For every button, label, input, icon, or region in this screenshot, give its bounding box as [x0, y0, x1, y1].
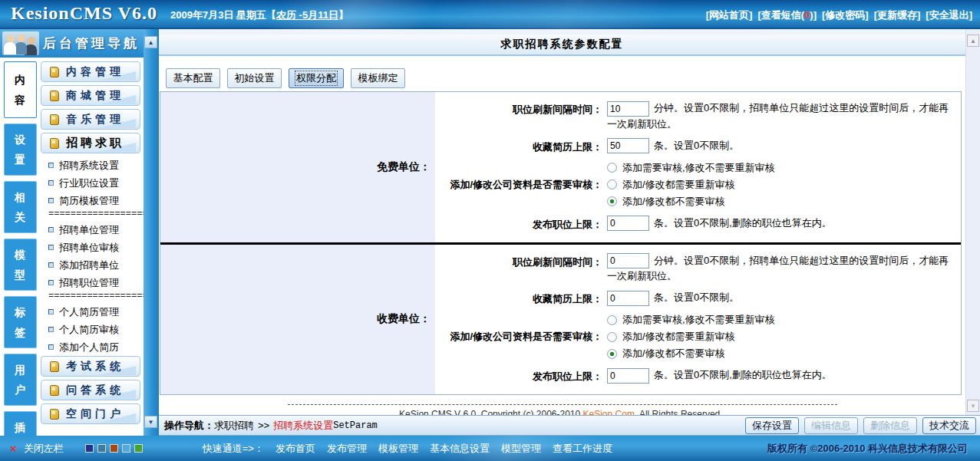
- save-settings-button[interactable]: 保存设置: [745, 417, 799, 434]
- menu-item-industry-positions[interactable]: 行业职位设置: [40, 174, 144, 192]
- audit-option[interactable]: 添加/修改都不需要审核: [607, 195, 775, 209]
- quick-link-work-progress[interactable]: 查看工作进度: [553, 442, 612, 456]
- tab-initial-settings[interactable]: 初始设置: [227, 68, 282, 88]
- sidebar-tab-settings[interactable]: 设置: [4, 123, 37, 176]
- scroll-up-icon[interactable]: ▲: [967, 35, 979, 47]
- tab-basic-config[interactable]: 基本配置: [166, 68, 220, 88]
- audit-option[interactable]: 添加需要审核,修改不需要重新审核: [607, 161, 775, 175]
- menu-group-content-manage[interactable]: 内容管理: [41, 61, 140, 82]
- sidebar-tab-model[interactable]: 模型: [4, 239, 37, 291]
- quick-link-publish-manage[interactable]: 发布管理: [327, 442, 367, 456]
- close-icon[interactable]: ×: [10, 442, 17, 455]
- bullet-icon: [48, 227, 54, 232]
- scroll-down-icon[interactable]: ▼: [144, 416, 157, 428]
- menu-group-label: 问答系统: [66, 384, 124, 397]
- radio-input[interactable]: [607, 315, 617, 325]
- publish-limit-input[interactable]: [607, 216, 649, 231]
- quick-link-basic-info[interactable]: 基本信息设置: [430, 442, 490, 456]
- menu-group-music-manage[interactable]: 音乐管理: [41, 109, 140, 130]
- menu-item-recruit-settings[interactable]: 招聘系统设置: [40, 156, 144, 174]
- collect-limit-label: 收藏简历上限：: [435, 290, 602, 306]
- collect-limit-input[interactable]: [607, 291, 649, 306]
- sidebar-tab-tags[interactable]: 标签: [4, 296, 37, 348]
- theme-swatch[interactable]: [110, 444, 118, 453]
- sidebar-scrollbar[interactable]: ▲ ▼: [144, 29, 159, 436]
- tab-label: 用户: [14, 360, 26, 400]
- quick-channel-label: 快速通道=>：: [203, 442, 264, 456]
- sidebar-tab-users[interactable]: 用户: [4, 354, 37, 406]
- menu-item-resume-manage[interactable]: 个人简历管理: [40, 303, 144, 321]
- audit-option[interactable]: 添加/修改都需要重新审核: [607, 178, 775, 192]
- refresh-interval-input[interactable]: [607, 101, 649, 117]
- main-content: 求职招聘系统参数配置 基本配置 初始设置 权限分配 模板绑定 免费单位： 职位刷…: [159, 29, 980, 436]
- publish-limit-label: 发布职位上限：: [435, 216, 602, 232]
- menu-group-qa-system[interactable]: 问答系统: [41, 380, 140, 400]
- menu-item-resume-audit[interactable]: 个人简历审核: [40, 321, 144, 338]
- theme-swatch[interactable]: [97, 444, 106, 453]
- menu-item-company-add[interactable]: 添加招聘单位: [40, 256, 144, 274]
- sidebar-tab-content[interactable]: 内容: [4, 61, 37, 118]
- theme-swatch[interactable]: [134, 444, 143, 453]
- breadcrumb-module: 求职招聘: [214, 419, 254, 433]
- audit-option[interactable]: 添加/修改都不需要审核: [607, 347, 775, 361]
- company-copyright: 版权所有 ©2006-2010 科兴信息技术有限公司: [767, 442, 968, 456]
- quick-link-publish-home[interactable]: 发布首页: [276, 442, 315, 456]
- theme-palette: [85, 444, 143, 453]
- main-top-gap: [159, 29, 965, 35]
- breadcrumb-current-link[interactable]: 招聘系统设置: [273, 419, 333, 433]
- menu-item-label: 招聘单位审核: [59, 241, 119, 255]
- theme-swatch[interactable]: [85, 444, 94, 453]
- action-buttons: 保存设置 编辑信息 删除信息 技术交流: [745, 417, 976, 434]
- refresh-interval-input[interactable]: [607, 253, 649, 268]
- theme-swatch[interactable]: [122, 444, 130, 453]
- refresh-interval-label: 职位刷新间隔时间：: [435, 100, 602, 117]
- quick-link-template-manage[interactable]: 模板管理: [378, 442, 418, 456]
- menu-group-mall-manage[interactable]: 商城管理: [41, 85, 140, 106]
- radio-input[interactable]: [607, 179, 617, 189]
- bullet-icon: [48, 280, 54, 285]
- scroll-up-icon[interactable]: ▲: [144, 36, 157, 48]
- tab-permission-allocation[interactable]: 权限分配: [289, 68, 344, 88]
- menu-group-space-portal[interactable]: 空间门户: [41, 403, 140, 424]
- site-home-link[interactable]: [网站首页]: [706, 8, 753, 22]
- close-left-panel-link[interactable]: 关闭左栏: [24, 442, 64, 456]
- audit-mode-label: 添加/修改公司资料是否需要审核：: [435, 330, 602, 344]
- logout-link[interactable]: [安全退出]: [926, 8, 972, 22]
- refresh-cache-link[interactable]: [更新缓存]: [874, 8, 921, 22]
- main-scrollbar[interactable]: ▲ ▼: [965, 29, 980, 415]
- lunar-date-link[interactable]: 农历 -5月11日: [276, 9, 338, 21]
- sidebar-tabstrip: 内容 设置 相关 模型 标签 用户 插件: [0, 58, 40, 461]
- tab-template-binding[interactable]: 模板绑定: [351, 68, 405, 88]
- tech-support-button[interactable]: 技术交流: [922, 417, 976, 434]
- audit-option[interactable]: 添加需要审核,修改不需要重新审核: [607, 313, 775, 327]
- divider: [288, 404, 837, 405]
- section-label: 免费单位：: [160, 92, 435, 242]
- menu-item-resume-templates[interactable]: 简历模板管理: [40, 192, 144, 209]
- menu-divider: ===================: [40, 209, 144, 221]
- menu-item-company-manage[interactable]: 招聘单位管理: [40, 221, 144, 239]
- edit-info-button: 编辑信息: [804, 417, 858, 434]
- menu-group-label: 内容管理: [66, 65, 124, 79]
- audit-option[interactable]: 添加/修改都需要重新审核: [607, 330, 775, 344]
- collect-limit-input[interactable]: [607, 138, 649, 153]
- menu-group-exam-system[interactable]: 考试系统: [41, 356, 140, 377]
- quick-link-model-manage[interactable]: 模型管理: [501, 442, 541, 456]
- menu-item-position-manage[interactable]: 招聘职位管理: [40, 274, 144, 291]
- menu-item-company-audit[interactable]: 招聘单位审核: [40, 239, 144, 256]
- scroll-down-icon[interactable]: ▼: [967, 400, 979, 412]
- radio-label: 添加/修改都不需要审核: [622, 195, 725, 209]
- view-messages-link[interactable]: [查看短信(0)]: [757, 8, 817, 22]
- breadcrumb-separator: >>: [258, 420, 269, 431]
- radio-input[interactable]: [607, 349, 617, 359]
- collect-limit-label: 收藏简历上限：: [435, 138, 602, 154]
- menu-group-recruit[interactable]: 招聘求职: [41, 133, 140, 153]
- sidebar-tab-related[interactable]: 相关: [4, 181, 37, 233]
- menu-item-resume-add[interactable]: 添加个人简历: [40, 338, 144, 356]
- radio-input[interactable]: [607, 332, 617, 342]
- change-password-link[interactable]: [修改密码]: [822, 8, 869, 22]
- radio-input[interactable]: [607, 196, 617, 206]
- breadcrumb-label: 操作导航：: [164, 419, 214, 433]
- publish-limit-input[interactable]: [607, 368, 649, 384]
- radio-input[interactable]: [607, 163, 617, 173]
- hand-pen-icon: [50, 361, 59, 372]
